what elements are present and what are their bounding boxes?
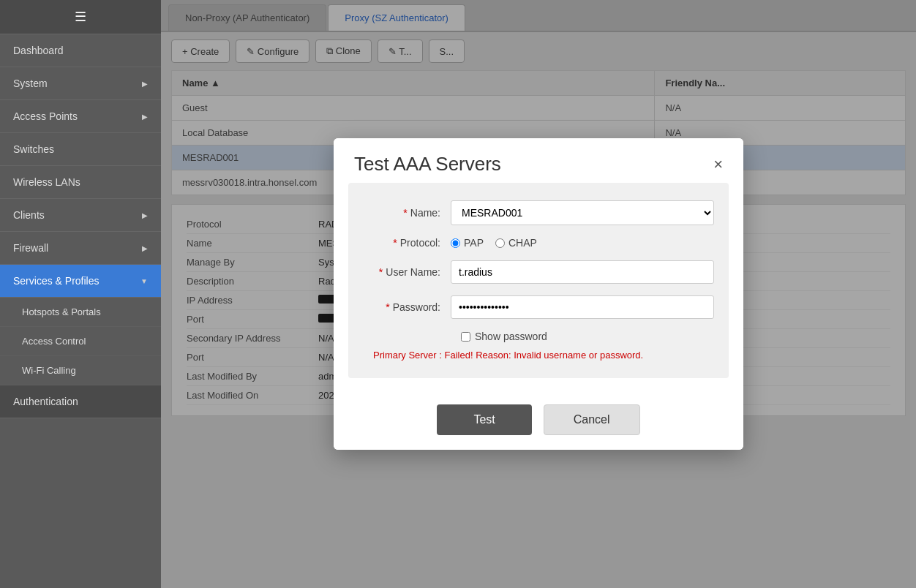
required-star: * bbox=[379, 266, 383, 278]
modal-header: Test AAA Servers × bbox=[334, 138, 743, 183]
password-label: *Password: bbox=[363, 301, 451, 313]
pap-radio-label[interactable]: PAP bbox=[451, 237, 484, 249]
modal-footer: Test Cancel bbox=[334, 393, 743, 450]
sidebar-item-label: Access Points bbox=[13, 110, 78, 122]
chevron-right-icon: ▶ bbox=[142, 113, 148, 121]
hamburger-icon[interactable]: ☰ bbox=[75, 9, 86, 25]
sidebar-item-label: Hotspots & Portals bbox=[22, 306, 101, 317]
sidebar-item-dashboard[interactable]: Dashboard bbox=[0, 34, 161, 67]
name-row: *Name: MESRAD001 bbox=[363, 200, 714, 225]
show-password-checkbox[interactable] bbox=[461, 332, 470, 342]
password-row: *Password: bbox=[363, 295, 714, 319]
chevron-down-icon: ▼ bbox=[140, 277, 148, 285]
required-star: * bbox=[403, 207, 407, 219]
main-content: Non-Proxy (AP Authenticator) Proxy (SZ A… bbox=[161, 0, 916, 588]
protocol-label: *Protocol: bbox=[363, 237, 451, 249]
sidebar-item-label: Dashboard bbox=[13, 45, 64, 56]
sidebar-item-hotspots-portals[interactable]: Hotspots & Portals bbox=[0, 298, 161, 327]
sidebar-item-label: Switches bbox=[13, 143, 54, 155]
protocol-radio-group: PAP CHAP bbox=[451, 237, 714, 249]
password-input[interactable] bbox=[451, 295, 714, 319]
username-label: *User Name: bbox=[363, 266, 451, 278]
sidebar-item-authentication[interactable]: Authentication bbox=[0, 385, 161, 418]
chap-radio-label[interactable]: CHAP bbox=[495, 237, 537, 249]
close-button[interactable]: × bbox=[713, 157, 723, 173]
sidebar-item-firewall[interactable]: Firewall ▶ bbox=[0, 232, 161, 265]
show-password-label: Show password bbox=[475, 331, 547, 342]
chap-radio[interactable] bbox=[495, 238, 505, 248]
name-label: *Name: bbox=[363, 207, 451, 219]
sidebar-item-clients[interactable]: Clients ▶ bbox=[0, 199, 161, 232]
chevron-right-icon: ▶ bbox=[142, 244, 148, 252]
sidebar-item-label: Clients bbox=[13, 209, 45, 221]
sidebar-item-label: Wireless LANs bbox=[13, 176, 80, 188]
sidebar-item-wi-fi-calling[interactable]: Wi-Fi Calling bbox=[0, 356, 161, 385]
sidebar-item-switches[interactable]: Switches bbox=[0, 133, 161, 166]
sidebar-item-access-points[interactable]: Access Points ▶ bbox=[0, 100, 161, 133]
cancel-button[interactable]: Cancel bbox=[544, 404, 640, 435]
modal-overlay: Test AAA Servers × *Name: MESRAD001 *Pro bbox=[161, 0, 916, 588]
sidebar-item-label: Wi-Fi Calling bbox=[22, 365, 76, 376]
sidebar-item-label: Firewall bbox=[13, 242, 48, 254]
username-input[interactable] bbox=[451, 260, 714, 284]
sidebar-item-services-profiles[interactable]: Services & Profiles ▼ bbox=[0, 265, 161, 298]
show-password-row: Show password bbox=[461, 331, 714, 342]
error-message: Primary Server : Failed! Reason: Invalid… bbox=[373, 350, 714, 361]
sidebar-header: ☰ bbox=[0, 0, 161, 34]
sidebar-item-system[interactable]: System ▶ bbox=[0, 67, 161, 100]
sidebar-item-label: Services & Profiles bbox=[13, 275, 99, 287]
sidebar: ☰ Dashboard System ▶ Access Points ▶ Swi… bbox=[0, 0, 161, 588]
test-aaa-modal: Test AAA Servers × *Name: MESRAD001 *Pro bbox=[334, 138, 743, 450]
chevron-right-icon: ▶ bbox=[142, 80, 148, 88]
sidebar-item-wireless-lans[interactable]: Wireless LANs bbox=[0, 166, 161, 199]
sidebar-item-label: Authentication bbox=[13, 396, 78, 407]
modal-title: Test AAA Servers bbox=[354, 153, 501, 176]
modal-body: *Name: MESRAD001 *Protocol: PAP bbox=[348, 183, 729, 378]
sidebar-item-label: System bbox=[13, 78, 48, 89]
test-button[interactable]: Test bbox=[437, 404, 531, 435]
pap-radio[interactable] bbox=[451, 238, 460, 248]
chevron-right-icon: ▶ bbox=[142, 211, 148, 219]
name-select[interactable]: MESRAD001 bbox=[451, 200, 714, 225]
protocol-row: *Protocol: PAP CHAP bbox=[363, 237, 714, 249]
sidebar-item-access-control[interactable]: Access Control bbox=[0, 327, 161, 356]
username-row: *User Name: bbox=[363, 260, 714, 284]
required-star: * bbox=[393, 237, 397, 249]
required-star: * bbox=[386, 301, 389, 313]
sidebar-item-label: Access Control bbox=[22, 336, 86, 347]
